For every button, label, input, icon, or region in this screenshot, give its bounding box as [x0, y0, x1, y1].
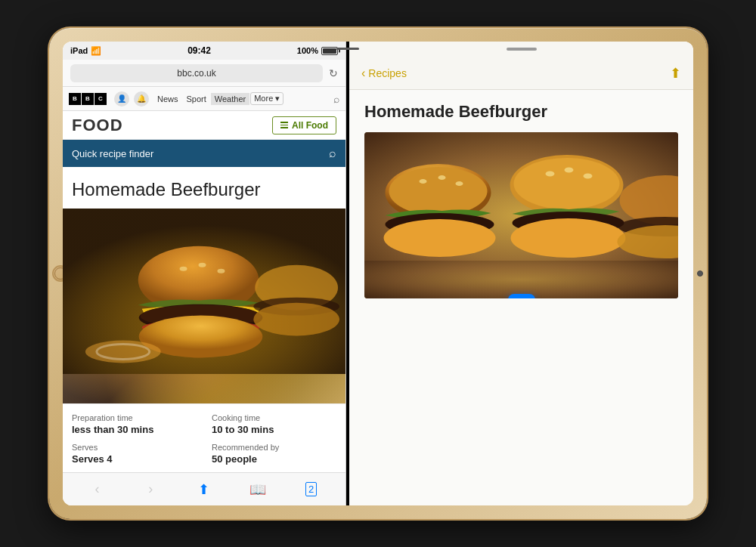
- notification-icon[interactable]: 🔔: [134, 91, 149, 107]
- recipe-finder-search-icon[interactable]: ⌕: [329, 147, 336, 160]
- back-to-recipes-button[interactable]: ‹ Recipes: [361, 66, 407, 80]
- battery-percent: 100%: [297, 46, 318, 55]
- bottom-toolbar: ‹ › ⬆ 📖 2: [63, 472, 345, 505]
- battery-indicator: [321, 47, 338, 55]
- drag-handle[interactable]: ⤢: [508, 294, 535, 298]
- recommended-value: 50 people: [212, 453, 336, 465]
- bbc-box-c: C: [94, 93, 107, 105]
- share-button-toolbar[interactable]: ⬆: [192, 477, 216, 502]
- nav-sport[interactable]: Sport: [183, 93, 210, 105]
- tabs-button[interactable]: 2: [299, 477, 324, 502]
- nav-news[interactable]: News: [153, 93, 182, 105]
- bbc-box-b2: B: [82, 93, 94, 105]
- url-input[interactable]: bbc.co.uk: [70, 64, 323, 82]
- nav-links: News Sport Weather More ▾: [153, 92, 329, 105]
- nav-more[interactable]: More ▾: [250, 92, 284, 105]
- svg-point-4: [199, 263, 206, 267]
- recipe-finder-bar[interactable]: Quick recipe finder ⌕: [63, 140, 345, 167]
- status-pill: [507, 48, 537, 51]
- svg-point-26: [565, 168, 574, 173]
- serves-col: Serves Serves 4: [72, 443, 197, 465]
- prep-value: less than 30 mins: [72, 424, 197, 435]
- status-time: 09:42: [187, 45, 211, 56]
- left-panel-safari: iPad 📶 09:42 100% bbc.co.uk ↻: [63, 42, 346, 505]
- bbc-box-b: B: [69, 93, 81, 105]
- svg-point-20: [456, 181, 463, 186]
- svg-point-25: [546, 172, 555, 177]
- panel-divider[interactable]: [346, 42, 349, 505]
- cook-time-col: Cooking time 10 to 30 mins: [212, 413, 336, 435]
- serves-value: Serves 4: [72, 453, 197, 465]
- ipad-frame: iPad 📶 09:42 100% bbc.co.uk ↻: [49, 28, 707, 519]
- prep-label: Preparation time: [72, 413, 197, 422]
- forward-button[interactable]: ›: [138, 477, 163, 502]
- nav-weather[interactable]: Weather: [211, 93, 249, 105]
- svg-point-17: [389, 167, 488, 215]
- all-food-button[interactable]: All Food: [272, 116, 336, 134]
- svg-point-5: [217, 269, 225, 274]
- prep-time-col: Preparation time less than 30 mins: [72, 413, 197, 435]
- status-left: iPad 📶: [70, 46, 101, 56]
- wifi-icon: 📶: [91, 46, 101, 56]
- right-content: Homemade Beefburger: [349, 90, 693, 311]
- status-right: 100%: [297, 46, 338, 55]
- tabs-icon: 2: [305, 482, 317, 496]
- divider-handle: [336, 48, 359, 50]
- recommended-label: Recommended by: [212, 443, 336, 452]
- camera: [697, 270, 703, 277]
- back-icon: ‹: [94, 481, 99, 497]
- serves-label: Serves: [72, 443, 197, 452]
- svg-point-12: [253, 302, 339, 335]
- url-bar[interactable]: bbc.co.uk ↻: [63, 60, 345, 87]
- svg-point-3: [180, 267, 187, 271]
- back-button[interactable]: ‹: [85, 477, 109, 502]
- burger-image-left: [63, 209, 345, 403]
- bbc-logo: B B C: [69, 93, 107, 105]
- share-icon-toolbar: ⬆: [198, 481, 209, 498]
- device-label: iPad: [70, 46, 88, 55]
- search-icon[interactable]: ⌕: [333, 93, 339, 105]
- back-label: Recipes: [368, 67, 407, 79]
- share-icon-right: ⬆: [670, 66, 681, 81]
- bookmark-button[interactable]: 📖: [246, 477, 270, 502]
- back-chevron-icon: ‹: [361, 66, 365, 80]
- recipe-finder-label: Quick recipe finder: [72, 148, 153, 159]
- info-row-1: Preparation time less than 30 mins Cooki…: [72, 413, 336, 435]
- right-top-bar: ‹ Recipes ⬆: [349, 57, 693, 90]
- info-row-2: Serves Serves 4 Recommended by 50 people: [72, 443, 336, 465]
- bbc-food-logo: FOOD: [72, 116, 123, 135]
- ipad-screen: iPad 📶 09:42 100% bbc.co.uk ↻: [63, 42, 693, 505]
- right-recipe-title: Homemade Beefburger: [364, 102, 678, 122]
- account-icon[interactable]: 👤: [114, 91, 129, 107]
- cook-value: 10 to 30 mins: [212, 424, 336, 435]
- svg-rect-33: [364, 261, 678, 298]
- nav-bar: B B C 👤 🔔 News Sport Weather More ▾ ⌕: [63, 87, 345, 111]
- svg-point-19: [438, 175, 446, 180]
- svg-point-27: [584, 174, 593, 179]
- svg-point-18: [420, 179, 427, 184]
- bookmark-icon: 📖: [249, 481, 266, 498]
- right-panel-notes: ‹ Recipes ⬆ Homemade Beefburger: [349, 42, 693, 505]
- cook-label: Cooking time: [212, 413, 336, 422]
- recipe-main-title: Homemade Beefburger: [72, 179, 336, 201]
- recipe-title-area: Homemade Beefburger: [63, 167, 345, 209]
- recommended-col: Recommended by 50 people: [212, 443, 336, 465]
- right-share-button[interactable]: ⬆: [670, 65, 681, 82]
- svg-point-29: [511, 218, 626, 258]
- svg-point-22: [384, 219, 496, 257]
- reload-button[interactable]: ↻: [329, 67, 338, 79]
- svg-point-24: [514, 158, 620, 209]
- food-header: FOOD All Food: [63, 111, 345, 140]
- menu-icon: [280, 122, 288, 128]
- info-section: Preparation time less than 30 mins Cooki…: [63, 403, 345, 472]
- status-bar: iPad 📶 09:42 100%: [63, 42, 345, 60]
- right-status-bar: [349, 42, 693, 57]
- forward-icon: ›: [148, 481, 153, 497]
- burger-image-right: ⤢: [364, 132, 678, 298]
